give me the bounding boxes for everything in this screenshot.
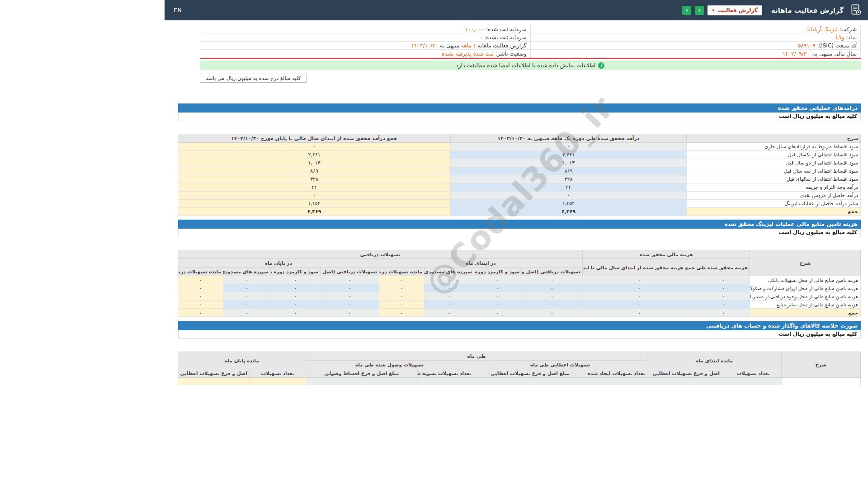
table-cell: ۰: [521, 309, 582, 317]
table-cell: ۰: [521, 276, 582, 284]
row-label: هزینه تامین منابع مالی از محل اوراق مشار…: [750, 284, 861, 292]
summary-unit-note: کلیه مبالغ به میلیون ریال است: [178, 330, 861, 339]
table-cell: ۰: [474, 309, 521, 317]
table-row: سود اقساط انتقالی از سه سال قبل۸۶۹۸۶۹: [178, 167, 861, 175]
table-cell: ۰: [424, 309, 474, 317]
table-cell: ۰: [178, 300, 223, 309]
row-label: هزینه تامین منابع مالی از محل تسهیلات با…: [750, 276, 861, 284]
table-cell: ۰: [424, 284, 474, 292]
table-row: هزینه تامین منابع مالی از محل وجوه دریاف…: [178, 292, 860, 300]
table-cell: ۰: [582, 284, 697, 292]
company-cell: شرکت: لیزینگ آریادانا: [530, 25, 861, 33]
revenue-header-row: شرح درآمد محقق شده طی دوره یک ماهه منتهی…: [178, 134, 861, 143]
financing-cost-section: هزینه تامین منابع مالی عملیات لیزینگ محق…: [178, 220, 861, 317]
table-row: سود اقساط انتقالی از یکسال قبل۲,۶۶۱۲,۶۶۱: [178, 151, 861, 159]
column-header-facilities-balance-end: مانده تسهیلات دریافتی: [178, 267, 223, 276]
registered-capital-value: ۱۰۰,۰۰۰: [465, 26, 485, 33]
chevron-down-icon: ▾: [712, 8, 714, 13]
row-label: [782, 378, 861, 385]
column-header-desc: شرح: [750, 250, 861, 276]
report-type-dropdown[interactable]: گزارش فعالیت ▾: [708, 5, 762, 15]
financing-header-row-1: شرح هزینه مالی محقق شده تسهیلات دریافتی: [178, 250, 860, 259]
cell-month: ۰: [451, 192, 687, 200]
column-header-blocked-deposits-end: سپرده های مسدودی: [223, 267, 270, 276]
financing-section-header: هزینه تامین منابع مالی عملیات لیزینگ محق…: [178, 220, 861, 229]
cell-total: ۴۴: [178, 183, 451, 192]
symbol-cell: نماد: ولانا: [530, 33, 861, 42]
symbol-link[interactable]: ولانا: [835, 34, 844, 41]
table-cell: ۰: [223, 276, 270, 284]
table-cell: ۰: [582, 276, 697, 284]
prev-report-button[interactable]: ‹: [682, 6, 691, 15]
table-cell: ۰: [270, 284, 320, 292]
symbol-label: نماد:: [846, 34, 857, 41]
isic-cell: کد صنعت (ISIC): ۵۸۹۱۰۹: [530, 42, 861, 50]
column-header-collected-count: تعداد تسهیلات تسویه شده: [418, 369, 473, 378]
report-dropdown-label: گزارش فعالیت: [718, 7, 757, 14]
company-label: شرکت:: [840, 26, 857, 33]
table-cell: ۰: [582, 300, 697, 309]
language-toggle-en[interactable]: EN: [174, 7, 182, 14]
table-cell: ۰: [379, 300, 424, 309]
info-row: شرکت: لیزینگ آریادانا سرمایه ثبت شده: ۱۰…: [200, 25, 861, 33]
table-cell: ۰: [697, 276, 750, 284]
table-row: سایر درآمد حاصل از عملیات لیزینگ۱,۴۵۴۱,۴…: [178, 200, 861, 208]
cell-total: ۶,۳۶۹: [178, 208, 451, 216]
report-icon: [850, 4, 862, 17]
row-label: درآمد حاصل از فروش نقدی: [687, 192, 861, 200]
row-label: سود اقساط انتقالی از دو سال قبل: [687, 159, 861, 167]
table-row: سود اقساط انتقالی از دو سال قبل۱,۰۱۳۱,۰۱…: [178, 159, 861, 167]
column-header-cost-month: هزینه محقق شده طی ماه: [697, 259, 750, 276]
fiscal-year-value: ۱۴۰۲/۰۹/۳۰: [783, 51, 810, 57]
cell-total: ۸۶۹: [178, 167, 451, 175]
cell-month: ۳۲۸: [451, 175, 687, 183]
column-header-month-revenue: درآمد محقق شده طی دوره یک ماهه منتهی به …: [451, 134, 687, 143]
group-header-month-begin: در ابتدای ماه: [379, 259, 582, 267]
receivables-summary-section: صورت خلاصه کالاهای واگذار شده و حساب های…: [178, 321, 861, 385]
amounts-note-box: کلیه مبالغ درج شده به میلیون ریال می باش…: [200, 74, 307, 83]
total-row: جمع۶,۳۶۹۶,۳۶۹: [178, 208, 861, 216]
column-header-total-revenue: جمع درآمد محقق شده از ابتدای سال مالی تا…: [178, 134, 451, 143]
page-title: گزارش فعالیت ماهانه: [771, 6, 844, 14]
table-row: هزینه تامین منابع مالی از محل اوراق مشار…: [178, 284, 860, 292]
info-icon: i: [598, 62, 604, 69]
table-cell: ۰: [320, 292, 379, 300]
report-period-label: گزارش فعالیت ماهانه: [478, 42, 527, 49]
table-cell: ۰: [521, 292, 582, 300]
financing-cost-table: شرح هزینه مالی محقق شده تسهیلات دریافتی …: [178, 250, 861, 317]
table-cell: ۰: [178, 309, 223, 317]
table-cell: [587, 378, 647, 385]
table-cell: ۰: [320, 309, 379, 317]
summary-header-row-1: شرح مانده ابتدای ماه طی ماه مانده پایان …: [178, 352, 861, 361]
row-label: هزینه تامین منابع مالی از محل سایر منابع: [750, 300, 861, 309]
revenue-section: درآمدهای عملیاتی محقق شده کلیه مبالغ به …: [178, 103, 861, 216]
group-header-collected: تسهیلات وصول شده طی ماه: [306, 361, 473, 369]
summary-table-clip: شرح مانده ابتدای ماه طی ماه مانده پایان …: [178, 352, 861, 385]
column-header-future-interest-end: سود و کارمزد دوره های آتی: [270, 267, 320, 276]
table-cell: ۰: [697, 300, 750, 309]
row-label: هزینه تامین منابع مالی از محل وجوه دریاف…: [750, 292, 861, 300]
table-cell: ۰: [270, 292, 320, 300]
financing-unit-note: کلیه مبالغ به میلیون ریال است: [178, 229, 861, 237]
column-header-begin-amount: اصل و فرع تسهیلات اعطایی: [647, 369, 725, 378]
cell-total: ۰: [178, 192, 451, 200]
info-row: سال مالی منتهی به: ۱۴۰۲/۰۹/۳۰ وضعیت ناشر…: [200, 50, 861, 58]
table-cell: ۰: [521, 300, 582, 309]
table-cell: ۰: [223, 309, 270, 317]
page: گزارش فعالیت ماهانه گزارش فعالیت ▾ › ‹ E…: [165, 0, 868, 488]
publisher-status-value: ثبت شده پذیرفته نشده: [442, 51, 494, 57]
company-link[interactable]: لیزینگ آریادانا: [807, 26, 838, 33]
table-cell: ۰: [474, 300, 521, 309]
column-header-facilities-principal-end: تسهیلات دریافتی (اصل و فرع): [320, 267, 379, 276]
table-row: هزینه تامین منابع مالی از محل تسهیلات با…: [178, 276, 860, 284]
topbar-right-group: گزارش فعالیت ماهانه گزارش فعالیت ▾ › ‹: [682, 4, 862, 17]
cell-month: ۲,۶۶۱: [451, 151, 687, 159]
table-cell: ۰: [474, 284, 521, 292]
table-cell: [647, 378, 725, 385]
row-label: سود اقساط انتقالی از سالهای قبل: [687, 175, 861, 183]
total-row: جمع۰۰۰۰۰۰۰۰۰۰: [178, 309, 860, 317]
table-row: هزینه تامین منابع مالی از محل سایر منابع…: [178, 300, 860, 309]
receivables-summary-table: شرح مانده ابتدای ماه طی ماه مانده پایان …: [178, 352, 861, 385]
column-header-granted-count: تعداد تسهیلات ایجاد شده: [587, 369, 647, 378]
next-report-button[interactable]: ›: [695, 6, 704, 15]
